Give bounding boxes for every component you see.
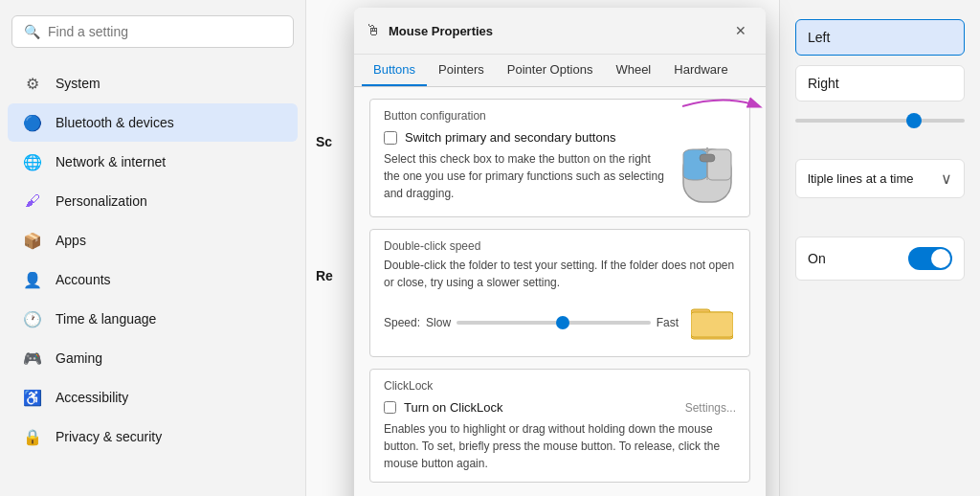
sidebar-icon-privacy: 🔒	[23, 427, 42, 446]
sidebar-item-time[interactable]: 🕐 Time & language	[8, 300, 298, 338]
sidebar-icon-system: ⚙	[23, 74, 42, 93]
mouse-graphic	[679, 130, 736, 207]
dialog-body: Button configuration Switch primary and …	[354, 87, 766, 496]
slow-label: Slow	[426, 316, 451, 329]
double-click-section: Double-click speed Double-click the fold…	[369, 229, 750, 357]
slider-thumb	[906, 113, 922, 128]
main-content: Sc Re Left Right ltiple lines at a time …	[306, 0, 980, 496]
tab-pointers[interactable]: Pointers	[427, 55, 496, 86]
dialog-titlebar: 🖱 Mouse Properties ✕	[354, 8, 766, 55]
sidebar-label-personalization: Personalization	[56, 193, 147, 209]
sidebar-label-network: Network & internet	[56, 154, 166, 169]
toggle-switch[interactable]	[908, 247, 952, 270]
sidebar-label-apps: Apps	[56, 233, 86, 248]
sidebar-icon-personalization: 🖌	[23, 192, 42, 211]
sidebar-label-system: System	[56, 76, 100, 91]
double-click-desc: Double-click the folder to test your set…	[384, 257, 736, 291]
clicklock-section: ClickLock Turn on ClickLock Settings... …	[369, 369, 750, 483]
sidebar-icon-apps: 📦	[23, 231, 42, 250]
on-label: On	[808, 251, 826, 266]
mouse-img-area: Switch primary and secondary buttons Sel…	[384, 130, 736, 207]
clicklock-checkbox-label: Turn on ClickLock	[404, 400, 503, 415]
behind-re-text: Re	[316, 268, 333, 283]
sidebar-item-personalization[interactable]: 🖌 Personalization	[8, 182, 298, 220]
sidebar: 🔍 ⚙ System 🔵 Bluetooth & devices 🌐 Netwo…	[0, 0, 306, 496]
tab-hardware[interactable]: Hardware	[662, 55, 739, 86]
sidebar-icon-network: 🌐	[23, 152, 42, 171]
speed-slider[interactable]	[457, 321, 651, 325]
on-toggle-row[interactable]: On	[795, 237, 965, 281]
mouse-properties-dialog: 🖱 Mouse Properties ✕ ButtonsPointersPoin…	[354, 8, 766, 496]
clicklock-desc: Enables you to highlight or drag without…	[384, 420, 736, 472]
sidebar-item-privacy[interactable]: 🔒 Privacy & security	[8, 417, 298, 456]
multiple-lines-label: ltiple lines at a time	[808, 171, 914, 186]
sidebar-item-gaming[interactable]: 🎮 Gaming	[8, 339, 298, 377]
sidebar-item-network[interactable]: 🌐 Network & internet	[8, 143, 298, 181]
dialog-title: Mouse Properties	[389, 24, 720, 38]
slider-track	[795, 119, 965, 123]
sidebar-icon-gaming: 🎮	[23, 349, 42, 368]
sidebar-icon-accounts: 👤	[23, 270, 42, 289]
sidebar-item-apps[interactable]: 📦 Apps	[8, 221, 298, 259]
left-option[interactable]: Left	[795, 19, 965, 56]
sidebar-label-gaming: Gaming	[56, 350, 102, 366]
sidebar-label-bluetooth: Bluetooth & devices	[56, 115, 174, 130]
sidebar-label-accounts: Accounts	[56, 272, 111, 287]
primary-secondary-label: Switch primary and secondary buttons	[405, 130, 615, 145]
primary-secondary-checkbox[interactable]	[384, 131, 397, 145]
dialog-close-button[interactable]: ✕	[727, 17, 754, 44]
right-option[interactable]: Right	[795, 65, 965, 101]
tab-buttons[interactable]: Buttons	[362, 55, 427, 86]
speed-label-text: Speed:	[384, 316, 420, 329]
primary-secondary-checkbox-row: Switch primary and secondary buttons	[384, 130, 669, 145]
folder-icon	[691, 304, 733, 341]
clicklock-checkbox[interactable]	[384, 401, 396, 414]
tab-wheel[interactable]: Wheel	[604, 55, 662, 86]
tab-pointer-options[interactable]: Pointer Options	[496, 55, 605, 86]
toggle-knob	[931, 249, 950, 268]
behind-sc-text: Sc	[316, 134, 332, 149]
sidebar-item-bluetooth[interactable]: 🔵 Bluetooth & devices	[8, 103, 298, 142]
search-input[interactable]	[48, 24, 281, 39]
button-config-desc: Select this check box to make the button…	[384, 150, 669, 202]
multiple-lines-dropdown[interactable]: ltiple lines at a time ∨	[795, 159, 965, 198]
clicklock-row: Turn on ClickLock Settings...	[384, 400, 736, 415]
slider-container[interactable]	[795, 111, 965, 130]
search-bar[interactable]: 🔍	[11, 15, 294, 48]
sidebar-label-time: Time & language	[56, 311, 156, 327]
button-config-label: Button configuration	[384, 109, 736, 123]
dialog-tabs: ButtonsPointersPointer OptionsWheelHardw…	[354, 55, 766, 87]
folder-icon-area[interactable]	[688, 299, 736, 347]
sidebar-item-system[interactable]: ⚙ System	[8, 64, 298, 102]
sidebar-icon-accessibility: ♿	[23, 388, 42, 407]
clicklock-label: ClickLock	[384, 379, 736, 393]
sidebar-icon-bluetooth: 🔵	[23, 113, 42, 132]
sidebar-item-accounts[interactable]: 👤 Accounts	[8, 260, 298, 299]
dialog-mouse-icon: 🖱	[366, 22, 381, 39]
dropdown-arrow-icon: ∨	[941, 169, 952, 188]
speed-thumb	[556, 316, 569, 329]
search-icon: 🔍	[24, 24, 40, 39]
sidebar-icon-time: 🕐	[23, 309, 42, 328]
clicklock-settings-button[interactable]: Settings...	[685, 401, 736, 415]
svg-rect-8	[691, 312, 733, 337]
double-click-label: Double-click speed	[384, 239, 736, 253]
sidebar-label-accessibility: Accessibility	[56, 390, 128, 405]
fast-label: Fast	[657, 316, 679, 329]
right-panel: Left Right ltiple lines at a time ∨ On	[779, 0, 980, 496]
clicklock-left: Turn on ClickLock	[384, 400, 503, 415]
button-config-section: Button configuration Switch primary and …	[369, 99, 750, 217]
sidebar-item-accessibility[interactable]: ♿ Accessibility	[8, 378, 298, 417]
svg-rect-4	[700, 154, 715, 162]
sidebar-label-privacy: Privacy & security	[56, 429, 162, 444]
